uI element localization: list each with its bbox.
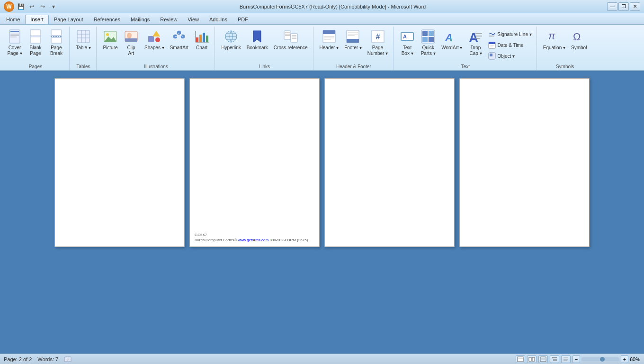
footer-line2: Burris Computer Forms® www.gcforms.com 8… [195,237,308,243]
tab-references[interactable]: References [89,15,125,24]
object-btn[interactable]: Object ▾ [486,51,533,61]
full-reading-btn[interactable] [527,355,537,363]
outline-btn[interactable] [550,355,559,363]
svg-rect-31 [196,37,198,42]
illustrations-group-label: Illustrations [100,64,212,70]
tables-group-content: Table ▾ [73,27,93,64]
shapes-btn[interactable]: Shapes ▾ [142,27,167,52]
chart-icon [194,29,209,44]
zoom-in-btn[interactable]: + [621,355,628,363]
title-bar-left: W 💾 ↩ ↪ ▾ [4,1,58,12]
svg-rect-66 [429,31,434,36]
redo-btn[interactable]: ↪ [38,2,47,11]
picture-btn[interactable]: Picture [100,27,120,52]
print-layout-btn[interactable] [516,355,525,363]
zoom-out-btn[interactable]: − [572,355,580,363]
svg-text:A: A [445,32,453,44]
quick-access-toolbar: 💾 ↩ ↪ ▾ [16,2,58,11]
signature-line-btn[interactable]: Signature Line ▾ [486,29,533,39]
chart-btn[interactable]: Chart [192,27,212,52]
minimize-btn[interactable]: — [607,2,617,11]
shapes-label: Shapes ▾ [144,45,164,51]
tab-home[interactable]: Home [1,15,25,24]
zoom-thumb[interactable] [600,357,605,362]
svg-rect-68 [429,37,434,42]
equation-btn[interactable]: π Equation ▾ [541,27,568,52]
drop-cap-btn[interactable]: A DropCap ▾ [465,27,485,58]
header-btn[interactable]: Header ▾ [317,27,341,52]
tab-insert[interactable]: Insert [25,15,49,24]
svg-rect-67 [422,37,428,42]
page-indicator: Page: 2 of 2 [4,356,32,362]
footer-link[interactable]: www.gcforms.com [238,238,268,242]
svg-rect-42 [284,31,291,39]
window-controls: — ❐ ✕ [607,2,640,11]
svg-text:✓: ✓ [67,358,69,361]
text-box-btn[interactable]: A TextBox ▾ [397,27,417,58]
svg-marker-23 [152,31,160,36]
text-box-label: TextBox ▾ [402,45,413,56]
svg-point-24 [155,37,160,42]
ribbon-tabs: Home Insert Page Layout References Maili… [0,13,644,25]
wordart-label: WordArt ▾ [441,45,462,51]
page-1 [54,78,185,247]
header-footer-group-content: Header ▾ Footer ▾ [317,27,391,64]
page-number-btn[interactable]: # PageNumber ▾ [365,27,390,58]
cover-page-label: CoverPage ▾ [7,45,22,56]
tab-add-ins[interactable]: Add-Ins [204,15,233,24]
page-break-btn[interactable]: PageBreak [46,27,66,58]
smartart-btn[interactable]: SmartArt [168,27,191,52]
tab-view[interactable]: View [182,15,204,24]
svg-rect-33 [203,33,205,42]
blank-page-btn[interactable]: BlankPage [26,27,45,58]
header-footer-group-label: Header & Footer [317,64,391,70]
text-group-content: A TextBox ▾ QuickParts ▾ [397,27,534,64]
pages-group: CoverPage ▾ BlankPage [2,27,70,70]
tab-review[interactable]: Review [155,15,182,24]
tab-page-layout[interactable]: Page Layout [49,15,89,24]
office-logo: W [4,1,14,12]
date-time-btn[interactable]: Date & Time [486,40,533,50]
footer-icon [345,29,360,44]
undo-btn[interactable]: ↩ [27,2,36,11]
hyperlink-btn[interactable]: Hyperlink [219,27,243,52]
page-number-label: PageNumber ▾ [367,45,388,56]
quick-parts-label: QuickParts ▾ [421,45,436,56]
bookmark-label: Bookmark [247,45,268,51]
tab-mailings[interactable]: Mailings [125,15,155,24]
symbol-btn[interactable]: Ω Symbol [569,27,589,52]
smartart-label: SmartArt [170,45,188,51]
table-label: Table ▾ [76,45,91,51]
draft-btn[interactable] [561,355,571,363]
zoom-slider[interactable] [581,357,619,361]
object-icon [488,52,496,60]
customize-btn[interactable]: ▾ [49,2,58,11]
quick-parts-btn[interactable]: QuickParts ▾ [418,27,438,58]
cross-reference-btn[interactable]: Cross-reference [271,27,310,52]
save-btn[interactable]: 💾 [16,2,26,11]
bookmark-btn[interactable]: Bookmark [244,27,270,52]
page-4 [459,78,590,247]
clip-art-btn[interactable]: ClipArt [121,27,141,58]
svg-rect-51 [323,30,335,34]
wordart-btn[interactable]: A WordArt ▾ [439,27,465,52]
svg-point-19 [127,33,132,38]
header-footer-group: Header ▾ Footer ▾ [314,27,394,70]
equation-icon: π [546,29,562,44]
web-layout-btn[interactable] [538,355,548,363]
links-group: Hyperlink Bookmark [216,27,313,70]
close-btn[interactable]: ✕ [630,2,640,11]
page-2: GC5X7 Burris Computer Forms® www.gcforms… [189,78,320,247]
bookmark-icon [250,29,265,44]
tab-pdf[interactable]: PDF [233,15,253,24]
cover-page-btn[interactable]: CoverPage ▾ [5,27,25,58]
chart-label: Chart [196,45,207,51]
drop-cap-label: DropCap ▾ [469,45,482,56]
footer-btn[interactable]: Footer ▾ [342,27,364,52]
svg-text:A: A [403,34,407,39]
symbols-group-content: π Equation ▾ Ω Symbol [541,27,590,64]
illustrations-group-content: Picture ClipArt [100,27,212,64]
restore-btn[interactable]: ❐ [618,2,629,11]
blank-page-icon [28,29,43,44]
table-btn[interactable]: Table ▾ [73,27,93,52]
